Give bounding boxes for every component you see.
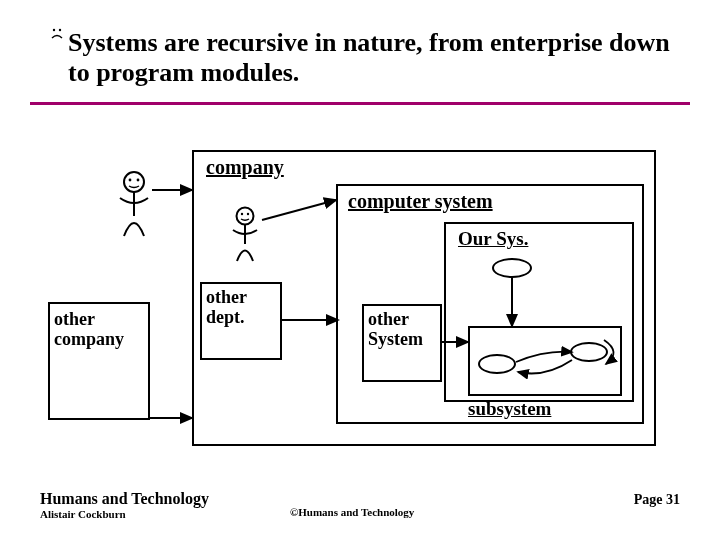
svg-point-7	[241, 213, 243, 215]
footer-copyright: ©Humans and Technology	[290, 506, 414, 518]
footer-page: Page 31	[634, 492, 680, 508]
person-icon	[228, 206, 262, 268]
slide: Systems are recursive in nature, from en…	[0, 0, 720, 540]
company-label: company	[206, 156, 284, 179]
our-sys-label: Our Sys.	[458, 228, 528, 250]
svg-point-0	[53, 29, 55, 31]
subsystem-label: subsystem	[468, 398, 551, 420]
svg-point-3	[129, 179, 132, 182]
slide-title: Systems are recursive in nature, from en…	[68, 28, 680, 88]
computer-system-label: computer system	[348, 190, 493, 213]
other-system-label: other System	[368, 310, 440, 350]
svg-point-6	[237, 208, 254, 225]
svg-point-1	[59, 29, 61, 31]
other-dept-label: other dept.	[206, 288, 276, 328]
svg-point-2	[124, 172, 144, 192]
module-icon	[478, 354, 516, 374]
module-icon	[570, 342, 608, 362]
sad-face-icon	[48, 26, 66, 44]
module-icon	[492, 258, 532, 278]
svg-point-4	[137, 179, 140, 182]
svg-point-8	[247, 213, 249, 215]
title-underline	[30, 102, 690, 105]
footer: Humans and Technology Alistair Cockburn …	[40, 490, 680, 520]
other-company-label: other company	[54, 310, 146, 350]
person-icon	[114, 170, 154, 244]
title-row: Systems are recursive in nature, from en…	[48, 28, 680, 88]
